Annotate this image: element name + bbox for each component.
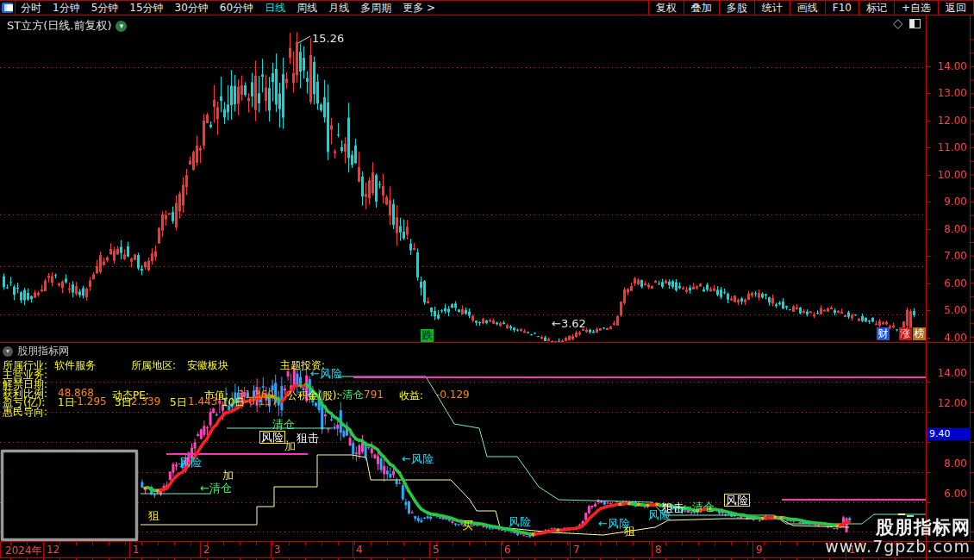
toolbar-button-返回[interactable]: 返回 <box>938 1 974 15</box>
toolbar-button-复权[interactable]: 复权 <box>648 1 684 15</box>
month-label: 1 <box>133 544 140 556</box>
info-field: 10日 <box>222 395 245 410</box>
main-axis-price-label: 7.00 <box>927 250 967 262</box>
signal-label: ←清仓 <box>683 500 715 515</box>
signal-label: ←风险 <box>402 451 434 467</box>
info-field: 2.339 <box>131 395 160 408</box>
month-label: 7 <box>573 544 580 556</box>
toolbar-actions: 复权叠加多股统计画线F10标记+自选返回 <box>648 1 974 15</box>
period-tab-更多 >[interactable]: 更多 > <box>403 1 435 16</box>
info-field: -清仓 <box>339 388 363 402</box>
split-window-icon[interactable] <box>909 19 921 28</box>
main-axis-price-label: 9.00 <box>927 196 967 208</box>
signal-label: 狙击 <box>297 431 319 446</box>
main-axis-price-label: 4.00 <box>927 332 967 344</box>
toolbar-button-叠加[interactable]: 叠加 <box>684 1 719 15</box>
main-axis-price-label: 11.00 <box>927 141 967 153</box>
info-field: 收益: <box>399 389 423 403</box>
main-axis-price-label: 12.00 <box>927 115 967 127</box>
period-tab-1分钟[interactable]: 1分钟 <box>53 1 80 16</box>
indicator-site-label: 股朋指标网 <box>17 344 69 358</box>
main-axis-price-label: 6.00 <box>927 277 967 289</box>
chart-title-bar: ST立方(日线.前复权) ▾ <box>7 18 127 34</box>
period-tab-30分钟[interactable]: 30分钟 <box>175 1 209 16</box>
info-field: 1日 <box>58 395 75 410</box>
month-label: 9 <box>756 544 763 556</box>
toolbar-button-统计[interactable]: 统计 <box>754 1 790 15</box>
period-tab-分时[interactable]: 分时 <box>21 1 41 16</box>
main-axis-price-label: 8.00 <box>927 223 967 235</box>
main-axis-price-label: 10.00 <box>927 169 967 181</box>
toolbar-button-+自选[interactable]: +自选 <box>894 1 938 15</box>
main-axis-price-label: 5.00 <box>927 304 967 316</box>
info-field: 5日 <box>170 395 187 410</box>
month-label: 3 <box>274 544 281 556</box>
toolbar-divider <box>15 1 16 15</box>
watermark-site-url: www.7gpzb.com <box>825 537 971 556</box>
info-field: 惠民导向: <box>3 405 47 420</box>
period-tab-日线[interactable]: 日线 <box>265 1 285 16</box>
signal-label: 风险 <box>724 494 750 507</box>
toolbar-button-画线[interactable]: 画线 <box>790 1 825 15</box>
indicator-panel-header: ▾ 股朋指标网 <box>3 344 69 358</box>
signal-label: 狙 <box>624 524 635 539</box>
info-field: 所属地区: <box>131 358 176 373</box>
month-label: 8 <box>655 544 662 556</box>
chart-title: ST立方(日线.前复权) <box>7 18 111 34</box>
main-axis-price-label: 13.00 <box>927 87 967 99</box>
period-tab-15分钟[interactable]: 15分钟 <box>129 1 163 16</box>
last-price-marker: 9.40 <box>927 428 971 440</box>
signal-label: 加 <box>284 439 296 454</box>
period-tab-5分钟[interactable]: 5分钟 <box>91 1 119 16</box>
signal-label: 风险 <box>179 455 202 470</box>
info-field: 安徽板块 <box>187 358 228 373</box>
signal-label: 风险 <box>259 431 285 444</box>
signal-label: 狙击 <box>662 501 684 516</box>
signal-label: ←风险 <box>310 366 342 382</box>
toolbar-button-标记[interactable]: 标记 <box>858 1 894 15</box>
fall-badge: 跌 <box>421 329 434 342</box>
info-field: 1.443 <box>188 395 217 408</box>
info-field: -0.129 <box>436 389 470 401</box>
toolbar-button-多股[interactable]: 多股 <box>719 1 754 15</box>
indicator-axis-price-label: 14.00 <box>927 367 967 379</box>
month-label: 4 <box>356 544 363 556</box>
app-window: 分时1分钟5分钟15分钟30分钟60分钟日线周线月线多周期更多 > 复权叠加多股… <box>0 0 974 560</box>
month-label: 2 <box>203 544 210 556</box>
chart-canvas[interactable] <box>0 0 974 560</box>
info-field: -0.117 <box>245 395 278 408</box>
info-field: 791 <box>364 389 384 401</box>
toolbar-button-F10[interactable]: F10 <box>825 1 858 15</box>
signal-label: 加 <box>222 468 234 483</box>
title-row-icons: ◇ <box>893 17 921 30</box>
indicator-axis-price-label: 12.00 <box>927 397 967 409</box>
high-price-annotation: 15.26 <box>312 32 344 45</box>
period-tabs: 分时1分钟5分钟15分钟30分钟60分钟日线周线月线多周期更多 > <box>21 1 435 16</box>
app-icon[interactable] <box>2 3 13 13</box>
signal-label: 风险 <box>509 514 531 530</box>
diamond-icon[interactable]: ◇ <box>893 17 903 30</box>
period-tab-60分钟[interactable]: 60分钟 <box>220 1 253 16</box>
low-price-annotation: ←3.62 <box>552 317 586 330</box>
period-tab-周线[interactable]: 周线 <box>297 1 317 16</box>
info-field: -1.295 <box>73 395 107 408</box>
year-label: 2024年 <box>5 544 42 558</box>
rise-rank-badge-2[interactable]: 榜 <box>913 327 926 340</box>
info-field: 3日 <box>115 395 132 410</box>
rise-rank-badge-1[interactable]: 涨 <box>899 327 912 340</box>
period-tab-月线[interactable]: 月线 <box>328 1 349 16</box>
month-label: 5 <box>433 544 440 556</box>
watermark-site-name: 股朋指标网 <box>876 515 971 539</box>
indicator-axis-price-label: 8.00 <box>927 457 967 470</box>
signal-label: 买 <box>462 518 473 533</box>
indicator-axis-price-label: 6.00 <box>927 488 967 500</box>
month-label: 12 <box>47 544 59 556</box>
info-field: 公积金(股): <box>287 389 340 403</box>
month-label: 6 <box>504 544 511 556</box>
info-field: 软件服务 <box>54 358 96 373</box>
title-dropdown-icon[interactable]: ▾ <box>116 21 127 32</box>
top-toolbar: 分时1分钟5分钟15分钟30分钟60分钟日线周线月线多周期更多 > 复权叠加多股… <box>0 0 974 16</box>
period-tab-多周期[interactable]: 多周期 <box>360 1 391 16</box>
finance-badge[interactable]: 财 <box>877 327 890 340</box>
collapse-icon[interactable]: ▾ <box>3 346 13 357</box>
